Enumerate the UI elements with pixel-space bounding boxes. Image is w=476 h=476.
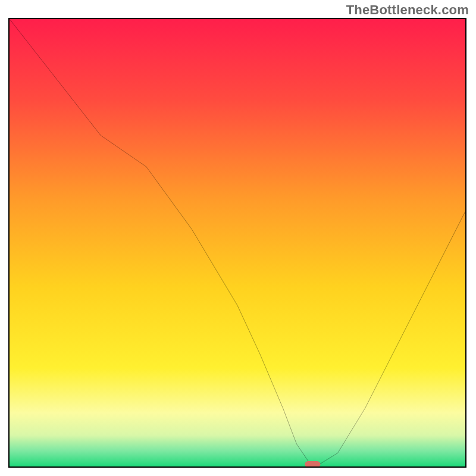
bottleneck-chart-svg bbox=[10, 19, 465, 466]
plot-area bbox=[8, 18, 466, 468]
watermark-text: TheBottleneck.com bbox=[346, 2, 469, 18]
chart-frame: TheBottleneck.com bbox=[0, 0, 476, 476]
heat-background bbox=[10, 19, 465, 466]
optimal-marker bbox=[305, 461, 320, 466]
